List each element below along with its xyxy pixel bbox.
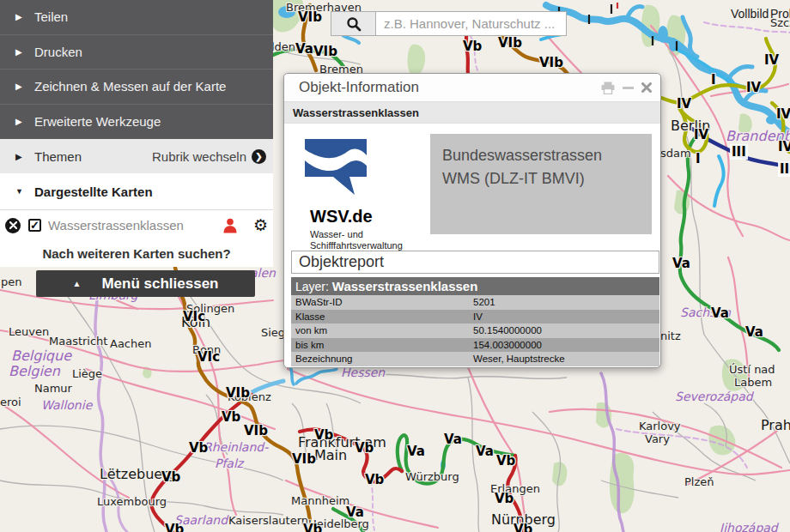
sidebar-item-dargestellte-karten[interactable]: ▼ Dargestellte Karten bbox=[0, 173, 273, 210]
sidebar-item-label: Drucken bbox=[34, 45, 82, 59]
sidebar-item-label: Erweiterte Werkzeuge bbox=[34, 114, 161, 129]
attribute-value: Weser, Hauptstrecke bbox=[473, 352, 565, 366]
layer-visibility-checkbox[interactable]: ✓ bbox=[28, 219, 41, 232]
layer-name: Wasserstrassenklassen bbox=[332, 279, 478, 293]
layer-name-label: Wasserstrassenklassen bbox=[48, 218, 184, 233]
attribute-key: von km bbox=[291, 323, 473, 338]
close-icon bbox=[9, 221, 17, 229]
print-icon[interactable] bbox=[601, 82, 615, 94]
dialog-titlebar[interactable]: Objekt-Information bbox=[284, 74, 660, 101]
table-row: von km50.1540000000 bbox=[291, 323, 659, 338]
close-menu-label: Menü schliessen bbox=[101, 275, 218, 293]
sidebar-item-label: Teilen bbox=[34, 9, 68, 24]
search-input[interactable] bbox=[375, 11, 567, 36]
dialog-layer-subtitle: Wasserstrassenklassen bbox=[284, 101, 660, 124]
sidebar-item[interactable]: ▶Drucken bbox=[0, 35, 273, 70]
attribute-key: bis km bbox=[291, 338, 473, 353]
gear-icon[interactable]: ⚙ bbox=[246, 215, 268, 235]
close-menu-button[interactable]: ▲ Menü schliessen bbox=[36, 270, 255, 297]
attribute-key: Klasse bbox=[291, 310, 473, 324]
search-icon bbox=[346, 16, 362, 32]
table-layer-header: Layer: Wasserstrassenklassen bbox=[291, 277, 659, 295]
sidebar-menu: ▶Teilen▶Drucken▶Zeichnen & Messen auf de… bbox=[0, 0, 273, 267]
table-rows: BWaStr-ID5201KlasseIVvon km50.1540000000… bbox=[291, 295, 659, 366]
chevron-right-icon: ▶ bbox=[15, 47, 34, 57]
sidebar-maps-section: ▼ Dargestellte Karten ✓ Wasserstrassenkl… bbox=[0, 173, 273, 267]
sidebar-item[interactable]: ▶Erweiterte Werkzeuge bbox=[0, 105, 273, 140]
object-information-dialog: Objekt-Information Wasserstrassenklassen bbox=[283, 73, 661, 368]
attribute-value: 154.003000000 bbox=[473, 338, 542, 353]
object-report-table: Layer: Wasserstrassenklassen BWaStr-ID52… bbox=[291, 277, 659, 366]
chevron-right-icon: ▶ bbox=[15, 12, 34, 21]
wsv-logo-subtitle: Wasser- und bbox=[310, 229, 428, 240]
attribute-value: 50.1540000000 bbox=[473, 323, 542, 338]
minimize-icon[interactable] bbox=[623, 87, 634, 89]
app-window: VollbildProblSzczeBremerhavenBremenldenb… bbox=[0, 0, 790, 532]
attribute-key: BWaStr-ID bbox=[291, 295, 473, 310]
dialog-title: Objekt-Information bbox=[299, 79, 419, 96]
user-icon[interactable] bbox=[222, 217, 239, 234]
dialog-controls bbox=[601, 82, 660, 94]
remove-layer-button[interactable] bbox=[5, 218, 21, 233]
rubrik-label: Rubrik wechseln bbox=[152, 149, 246, 164]
dialog-body: WSV.de Wasser- und Schifffahrtsverwaltun… bbox=[284, 124, 660, 366]
table-row: BezeichnungWeser, Hauptstrecke bbox=[291, 352, 659, 366]
sidebar-dark-menu: ▶Teilen▶Drucken▶Zeichnen & Messen auf de… bbox=[0, 0, 273, 139]
attribute-value: IV bbox=[473, 310, 483, 324]
table-row: KlasseIV bbox=[291, 310, 659, 324]
themen-label: Themen bbox=[34, 149, 82, 164]
arrow-right-circle-icon: ❯ bbox=[252, 149, 266, 164]
object-report-title: Objektreport bbox=[291, 251, 659, 274]
search-bar bbox=[331, 11, 567, 36]
chevron-right-icon: ▶ bbox=[15, 152, 34, 161]
search-more-maps-link[interactable]: Nach weiteren Karten suchen? bbox=[0, 240, 273, 267]
sidebar-item-label: Zeichnen & Messen auf der Karte bbox=[34, 79, 226, 94]
chevron-down-icon: ▼ bbox=[15, 187, 34, 196]
sidebar-item-themen[interactable]: ▶ Themen Rubrik wechseln ❯ bbox=[0, 139, 273, 173]
sidebar-item[interactable]: ▶Zeichnen & Messen auf der Karte bbox=[0, 70, 273, 105]
wsv-logo-title: WSV.de bbox=[310, 207, 428, 227]
layer-prefix: Layer: bbox=[295, 280, 329, 293]
attribute-value: 5201 bbox=[473, 295, 495, 310]
chevron-up-icon: ▲ bbox=[73, 279, 82, 288]
wsv-logo: WSV.de Wasser- und Schifffahrtsverwaltun… bbox=[303, 136, 428, 263]
close-icon[interactable] bbox=[641, 82, 652, 93]
maps-header-label: Dargestellte Karten bbox=[34, 184, 153, 199]
rubrik-wechseln-link[interactable]: Rubrik wechseln ❯ bbox=[152, 149, 273, 164]
attribute-key: Bezeichnung bbox=[291, 352, 473, 366]
sidebar-item[interactable]: ▶Teilen bbox=[0, 0, 273, 35]
table-row: BWaStr-ID5201 bbox=[291, 295, 659, 310]
chevron-right-icon: ▶ bbox=[15, 117, 34, 126]
table-row: bis km154.003000000 bbox=[291, 338, 659, 353]
wsv-logo-icon bbox=[303, 136, 370, 200]
wms-service-label: Bundeswasserstrassen WMS (DLZ-IT BMVI) bbox=[430, 134, 652, 234]
search-button[interactable] bbox=[331, 11, 375, 36]
chevron-right-icon: ▶ bbox=[15, 82, 34, 91]
layer-row-wasserstrassenklassen: ✓ Wasserstrassenklassen ⚙ bbox=[0, 210, 273, 240]
